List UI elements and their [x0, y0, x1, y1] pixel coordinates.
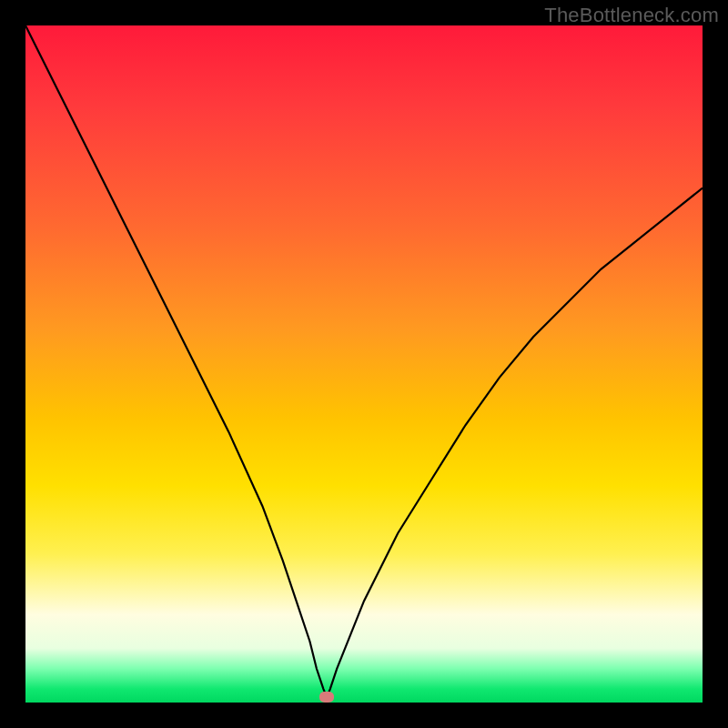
- plot-area: [25, 25, 703, 703]
- chart-frame: TheBottleneck.com: [0, 0, 728, 728]
- watermark-text: TheBottleneck.com: [544, 4, 719, 27]
- optimal-point-marker: [319, 692, 334, 703]
- curve-path: [25, 25, 703, 697]
- bottleneck-curve: [25, 25, 703, 703]
